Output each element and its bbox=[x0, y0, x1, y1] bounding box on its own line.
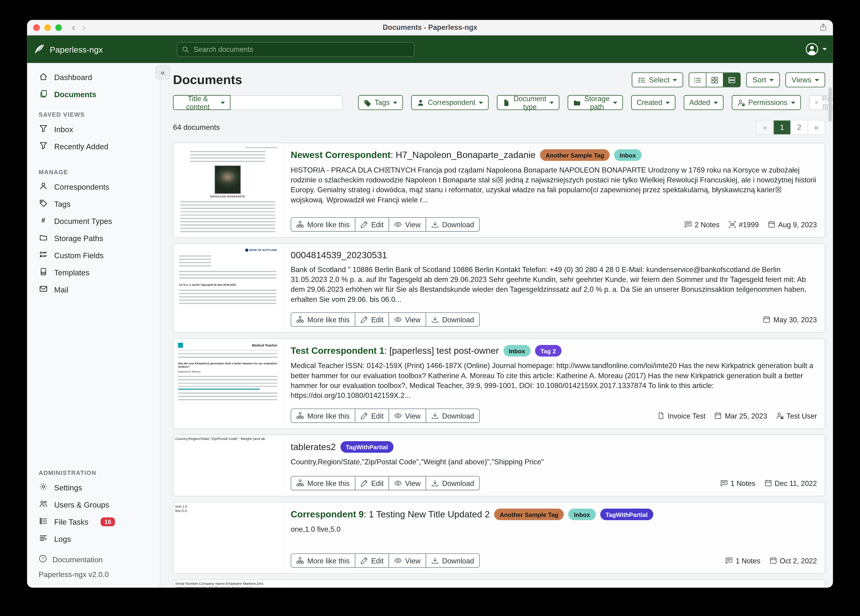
download-button[interactable]: Download bbox=[425, 217, 480, 231]
created-date[interactable]: Dec 11, 2022 bbox=[764, 479, 817, 487]
document-title[interactable]: 0004814539_20230531 bbox=[291, 250, 387, 260]
download-button[interactable]: Download bbox=[425, 312, 480, 327]
created-date[interactable]: Oct 2, 2022 bbox=[769, 556, 817, 564]
page-1-button[interactable]: 1 bbox=[773, 120, 790, 134]
edit-button[interactable]: Edit bbox=[355, 409, 389, 423]
more-like-this-button[interactable]: More like this bbox=[291, 217, 355, 231]
asn-value[interactable]: #1999 bbox=[728, 220, 759, 228]
more-like-this-button[interactable]: More like this bbox=[291, 476, 355, 490]
document-card: Serial Number,Company Name,Employee Mark… bbox=[173, 579, 825, 588]
views-button[interactable]: Views bbox=[786, 72, 825, 87]
user-menu[interactable] bbox=[805, 42, 833, 56]
view-grid-button[interactable] bbox=[706, 73, 723, 87]
edit-button[interactable]: Edit bbox=[355, 476, 389, 490]
sidebar-collapse-button[interactable]: « bbox=[155, 65, 170, 80]
share-icon[interactable] bbox=[819, 23, 827, 34]
page-2-button[interactable]: 2 bbox=[790, 120, 807, 134]
tag-pill[interactable]: Another Sample Tag bbox=[494, 509, 564, 520]
sidebar-item-document-types[interactable]: Document Types bbox=[27, 212, 160, 229]
edit-button[interactable]: Edit bbox=[355, 553, 389, 568]
tag-pill[interactable]: TagWithPartial bbox=[600, 509, 653, 520]
more-like-this-button[interactable]: More like this bbox=[291, 409, 355, 423]
documentation-link[interactable]: Documentation bbox=[27, 552, 160, 567]
correspondent-link[interactable]: Test Correspondent 1 bbox=[291, 346, 384, 355]
download-button[interactable]: Download bbox=[425, 409, 480, 423]
document-thumbnail[interactable]: BANK OF SCOTLAND 2,0 % p. a. auf Ihr Tag… bbox=[173, 244, 282, 332]
person-icon bbox=[39, 182, 48, 191]
sidebar-item-tags[interactable]: Tags bbox=[27, 195, 160, 212]
sidebar-item-file-tasks[interactable]: File Tasks 16 bbox=[27, 513, 160, 530]
search-input[interactable] bbox=[192, 45, 410, 54]
document-type[interactable]: Invoice Test bbox=[657, 412, 706, 420]
view-button[interactable]: View bbox=[388, 217, 426, 231]
sidebar-item-users-groups[interactable]: Users & Groups bbox=[27, 496, 160, 513]
page-prev-button[interactable]: « bbox=[757, 120, 774, 134]
document-thumbnail[interactable]: Serial Number,Company Name,Employee Mark… bbox=[173, 580, 282, 588]
document-card: BANK OF SCOTLAND 2,0 % p. a. auf Ihr Tag… bbox=[173, 243, 825, 333]
document-thumbnail[interactable]: Country,Region/State,"Zip/Postal Code","… bbox=[173, 435, 282, 496]
created-date[interactable]: Aug 9, 2023 bbox=[768, 220, 817, 228]
sidebar-item-inbox[interactable]: Inbox bbox=[27, 120, 160, 138]
tag-pill[interactable]: Inbox bbox=[568, 509, 595, 520]
document-title[interactable]: tablerates2 bbox=[291, 442, 336, 452]
document-type-filter-button[interactable]: Document type bbox=[497, 95, 560, 110]
sidebar-item-templates[interactable]: Templates bbox=[27, 264, 160, 281]
tag-pill[interactable]: Tag 2 bbox=[535, 345, 562, 356]
created-date[interactable]: Mar 25, 2023 bbox=[714, 412, 767, 420]
edit-button[interactable]: Edit bbox=[355, 312, 389, 327]
download-button[interactable]: Download bbox=[425, 476, 480, 490]
correspondent-filter-button[interactable]: Correspondent bbox=[411, 95, 489, 110]
document-thumbnail[interactable]: Medical Teacher Has the new Kirkpatrick … bbox=[173, 339, 282, 428]
sidebar-item-custom-fields[interactable]: Custom Fields bbox=[27, 247, 160, 264]
sidebar-item-mail[interactable]: Mail bbox=[27, 281, 160, 298]
more-like-this-button[interactable]: More like this bbox=[291, 553, 355, 568]
download-button[interactable]: Download bbox=[425, 553, 480, 568]
view-button[interactable]: View bbox=[388, 553, 426, 568]
notes-count[interactable]: 2 Notes bbox=[684, 220, 719, 228]
owner[interactable]: Test User bbox=[776, 412, 817, 420]
sort-button[interactable]: Sort bbox=[746, 72, 780, 87]
more-like-this-button[interactable]: More like this bbox=[291, 312, 355, 327]
sidebar-item-storage-paths[interactable]: Storage Paths bbox=[27, 229, 160, 247]
sidebar-item-documents[interactable]: Documents bbox=[27, 86, 160, 103]
document-thumbnail[interactable]: NAPOLEON BONAPARTE bbox=[173, 143, 282, 237]
page-next-button[interactable]: » bbox=[807, 120, 825, 134]
document-title[interactable]: : H7_Napoleon_Bonaparte_zadanie bbox=[391, 150, 536, 160]
correspondent-link[interactable]: Correspondent 9 bbox=[291, 509, 364, 519]
title-content-input[interactable] bbox=[231, 95, 342, 110]
permissions-filter-button[interactable]: Permissions bbox=[731, 95, 800, 110]
tag-pill[interactable]: Inbox bbox=[503, 345, 530, 356]
tag-pill[interactable]: Inbox bbox=[614, 149, 642, 161]
chevron-down-icon bbox=[550, 101, 554, 104]
select-button[interactable]: Select bbox=[632, 72, 683, 87]
view-button[interactable]: View bbox=[388, 476, 426, 490]
storage-path-filter-button[interactable]: Storage path bbox=[568, 95, 623, 110]
notes-count[interactable]: 1 Notes bbox=[725, 556, 760, 564]
sidebar-item-logs[interactable]: Logs bbox=[27, 530, 160, 547]
global-search[interactable] bbox=[177, 42, 415, 57]
title-content-dropdown[interactable]: Title & content bbox=[173, 95, 231, 110]
scrollbar-thumb[interactable] bbox=[829, 87, 832, 122]
added-filter-button[interactable]: Added bbox=[684, 95, 723, 110]
view-button[interactable]: View bbox=[388, 312, 426, 327]
view-details-button[interactable] bbox=[723, 73, 740, 87]
tag-pill[interactable]: Another Sample Tag bbox=[540, 149, 610, 161]
sidebar-item-dashboard[interactable]: Dashboard bbox=[27, 69, 160, 86]
view-button[interactable]: View bbox=[388, 409, 426, 423]
created-date[interactable]: May 30, 2023 bbox=[763, 315, 817, 324]
tags-filter-button[interactable]: Tags bbox=[358, 95, 403, 110]
document-title[interactable]: : [paperless] test post-owner bbox=[384, 346, 499, 355]
sidebar-item-correspondents[interactable]: Correspondents bbox=[27, 178, 160, 195]
brand[interactable]: Paperless-ngx bbox=[27, 44, 160, 55]
notes-count[interactable]: 1 Notes bbox=[720, 479, 755, 487]
sidebar-item-settings[interactable]: Settings bbox=[27, 479, 160, 496]
document-title[interactable]: : 1 Testing New Title Updated 2 bbox=[364, 509, 490, 519]
desktop: ‹ › Documents - Paperless-ngx Paperless-… bbox=[0, 0, 860, 616]
created-filter-button[interactable]: Created bbox=[631, 95, 675, 110]
view-list-button[interactable] bbox=[690, 73, 706, 87]
document-thumbnail[interactable]: one,1.0 five,5.0 bbox=[173, 503, 282, 573]
sidebar-item-recently-added[interactable]: Recently Added bbox=[27, 138, 160, 155]
correspondent-link[interactable]: Newest Correspondent bbox=[291, 150, 391, 160]
tag-pill[interactable]: TagWithPartial bbox=[341, 441, 393, 453]
edit-button[interactable]: Edit bbox=[355, 217, 389, 231]
